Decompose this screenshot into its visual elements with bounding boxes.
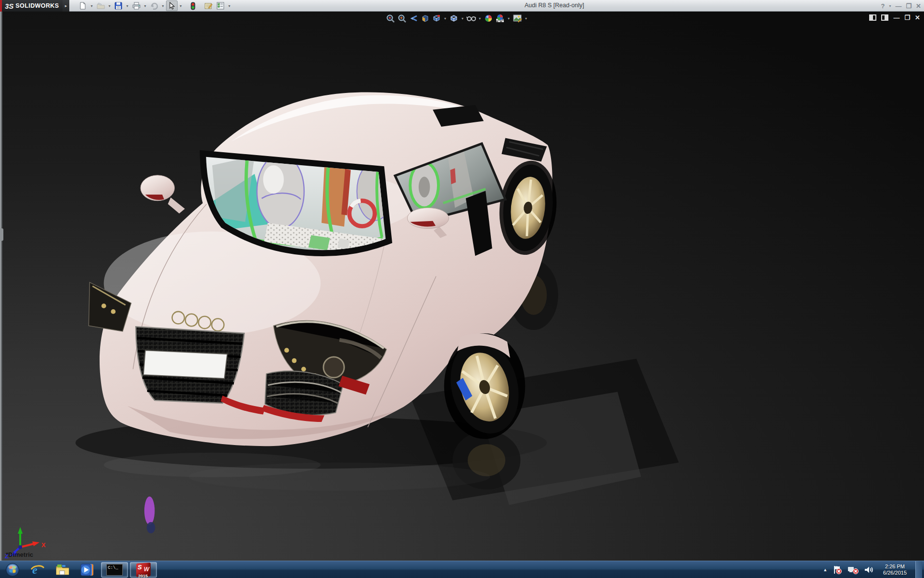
- windows-start-icon: [5, 563, 20, 577]
- window-title: Audi R8 S [Read-only]: [525, 2, 584, 9]
- edit-appearance-icon: [484, 14, 493, 23]
- select-tool-button[interactable]: [166, 0, 178, 11]
- feature-manager-expand-handle[interactable]: [0, 228, 3, 241]
- solidworks-3s-icon: 3S: [5, 2, 13, 10]
- volume-icon[interactable]: [864, 565, 874, 575]
- close-button[interactable]: ✕: [916, 3, 921, 9]
- save-icon: [115, 2, 122, 10]
- section-view-icon: [421, 14, 429, 23]
- rebuild-traffic-light-icon: [191, 2, 195, 10]
- hide-show-items-icon: [466, 14, 476, 23]
- hide-show-items-dropdown[interactable]: ▾: [477, 16, 482, 21]
- display-style-button[interactable]: [449, 13, 459, 23]
- apply-scene-dropdown[interactable]: ▾: [506, 16, 511, 21]
- network-disconnected-icon[interactable]: [847, 565, 859, 575]
- taskbar-command-prompt[interactable]: C:\_: [101, 562, 128, 578]
- hidden-icons-arrow[interactable]: ▲: [823, 567, 827, 572]
- pane-left-icon[interactable]: [869, 14, 876, 21]
- save-button[interactable]: [113, 0, 124, 11]
- license-plate: [143, 350, 227, 379]
- command-prompt-icon: C:\_: [106, 564, 123, 576]
- save-dropdown[interactable]: ▾: [125, 0, 130, 11]
- solidworks-logo-text: SOLIDWORKS: [15, 2, 59, 9]
- taskbar-media-player[interactable]: [75, 561, 100, 578]
- section-view-button[interactable]: [420, 13, 430, 23]
- new-document-icon: [79, 2, 87, 10]
- hide-show-items-button[interactable]: [466, 13, 476, 23]
- undo-icon: [150, 2, 158, 10]
- undo-dropdown[interactable]: ▾: [160, 0, 166, 11]
- select-tool-dropdown[interactable]: ▾: [178, 0, 183, 11]
- document-window-controls: — ❐ ✕: [869, 14, 920, 21]
- new-document-dropdown[interactable]: ▾: [89, 0, 94, 11]
- view-settings-icon: [513, 14, 522, 23]
- view-orientation-dropdown[interactable]: ▾: [443, 16, 448, 21]
- print-icon: [132, 2, 141, 10]
- doc-minimize-button[interactable]: —: [893, 14, 899, 21]
- view-orientation-label: *Dimetric: [6, 551, 33, 558]
- left-mirror: [141, 175, 185, 213]
- previous-view-icon: [409, 14, 418, 23]
- file-explorer-icon: [55, 564, 70, 576]
- rebuild-button[interactable]: [187, 0, 199, 11]
- triad-y-axis: [18, 527, 23, 547]
- open-dropdown[interactable]: ▾: [107, 0, 112, 11]
- titlebar-right-controls: ? ▾ — ❐ ✕: [881, 0, 921, 12]
- car-model-render[interactable]: [0, 12, 924, 561]
- minimize-button[interactable]: —: [895, 3, 901, 9]
- clock-time: 2:26 PM: [883, 564, 907, 570]
- start-button[interactable]: [0, 561, 25, 578]
- graphics-viewport[interactable]: ▾ ▾ ▾: [0, 12, 924, 561]
- print-dropdown[interactable]: ▾: [142, 0, 148, 11]
- taskbar-clock[interactable]: 2:26 PM 6/26/2015: [879, 564, 911, 576]
- doc-restore-button[interactable]: ❐: [904, 14, 910, 21]
- edit-appearance-button[interactable]: [483, 13, 494, 23]
- zoom-to-fit-icon: [386, 14, 395, 23]
- triad-x-label: X: [41, 541, 46, 549]
- solidworks-logo: 3S SOLIDWORKS: [2, 0, 63, 12]
- taskbar-solidworks-2015[interactable]: S W 2015: [130, 562, 157, 578]
- feature-manager-splitter[interactable]: [0, 12, 2, 561]
- view-settings-dropdown[interactable]: ▾: [524, 16, 528, 21]
- restore-button[interactable]: ❐: [906, 3, 911, 9]
- triad-x-axis: X: [20, 541, 46, 549]
- zoom-to-fit-button[interactable]: [385, 13, 396, 23]
- display-style-icon: [449, 14, 458, 23]
- options-button[interactable]: [215, 0, 226, 11]
- windows-taskbar: e C:\_ S W 2015: [0, 561, 924, 578]
- triad-origin: [18, 545, 22, 549]
- new-document-button[interactable]: [77, 0, 89, 11]
- options-dropdown[interactable]: ▾: [227, 0, 232, 11]
- view-orientation-button[interactable]: [431, 13, 442, 23]
- clock-date: 6/26/2015: [883, 570, 907, 576]
- menu-flyout-arrow[interactable]: ▸: [63, 0, 69, 12]
- taskbar-file-explorer[interactable]: [50, 561, 75, 578]
- media-player-icon: [80, 563, 95, 577]
- display-style-dropdown[interactable]: ▾: [460, 16, 465, 21]
- file-properties-icon: [205, 2, 213, 10]
- undo-button[interactable]: [148, 0, 160, 11]
- apply-scene-button[interactable]: [495, 13, 505, 23]
- pane-right-icon[interactable]: [881, 14, 888, 21]
- open-icon: [97, 2, 105, 10]
- print-button[interactable]: [130, 0, 142, 11]
- show-desktop-button[interactable]: [915, 561, 922, 578]
- view-settings-button[interactable]: [512, 13, 523, 23]
- help-button[interactable]: ?: [881, 3, 885, 9]
- action-center-flag-icon[interactable]: [832, 565, 843, 575]
- zoom-to-area-icon: [398, 14, 406, 23]
- app-title-bar: 3S SOLIDWORKS ▸ ▾ ▾: [0, 0, 924, 12]
- system-tray: ▲ 2:26 PM 6/26/2015: [823, 561, 924, 578]
- open-button[interactable]: [95, 0, 106, 11]
- apply-scene-icon: [496, 14, 504, 23]
- select-cursor-icon: [168, 2, 175, 10]
- doc-close-button[interactable]: ✕: [915, 14, 920, 21]
- taskbar-internet-explorer[interactable]: e: [25, 561, 50, 578]
- internet-explorer-icon: e: [30, 563, 45, 577]
- zoom-to-area-button[interactable]: [397, 13, 407, 23]
- options-icon: [217, 2, 224, 10]
- help-dropdown[interactable]: ▾: [889, 4, 891, 8]
- file-properties-button[interactable]: [203, 0, 214, 11]
- front-grille: [136, 327, 244, 403]
- previous-view-button[interactable]: [408, 13, 419, 23]
